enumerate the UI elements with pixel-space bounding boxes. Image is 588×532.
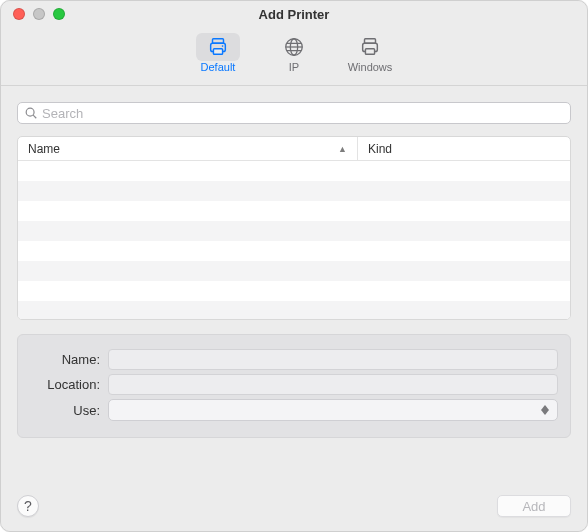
tab-windows[interactable]: Windows <box>342 31 398 75</box>
printer-details-panel: Name: Location: Use: <box>17 334 571 438</box>
search-field-wrap[interactable] <box>17 102 571 124</box>
select-stepper-icon <box>539 403 551 417</box>
search-input[interactable] <box>42 106 564 121</box>
table-row <box>18 281 570 301</box>
use-select[interactable] <box>108 399 558 421</box>
add-button: Add <box>497 495 571 517</box>
tab-windows-label: Windows <box>348 61 393 73</box>
table-header: Name ▲ Kind <box>18 137 570 161</box>
table-body[interactable] <box>18 161 570 319</box>
svg-line-11 <box>33 115 36 118</box>
use-label: Use: <box>30 403 108 418</box>
name-label: Name: <box>30 352 108 367</box>
table-row <box>18 161 570 181</box>
tab-default[interactable]: Default <box>190 31 246 75</box>
help-icon: ? <box>24 498 32 514</box>
minimize-icon <box>33 8 45 20</box>
content-area: Name ▲ Kind Name: <box>1 86 587 485</box>
svg-point-10 <box>26 108 34 116</box>
windows-printer-icon <box>348 33 392 61</box>
search-icon <box>24 106 38 120</box>
column-header-name[interactable]: Name ▲ <box>18 137 358 160</box>
column-name-label: Name <box>28 142 60 156</box>
toolbar: Default IP Windows <box>1 27 587 86</box>
close-icon[interactable] <box>13 8 25 20</box>
add-printer-window: Add Printer Default <box>0 0 588 532</box>
location-label: Location: <box>30 377 108 392</box>
column-kind-label: Kind <box>368 142 392 156</box>
tab-default-label: Default <box>201 61 236 73</box>
table-row <box>18 261 570 281</box>
window-title: Add Printer <box>1 7 587 22</box>
svg-rect-9 <box>365 49 374 55</box>
window-controls <box>1 8 65 20</box>
tab-ip[interactable]: IP <box>266 31 322 75</box>
tab-ip-label: IP <box>289 61 299 73</box>
table-row <box>18 181 570 201</box>
table-row <box>18 301 570 319</box>
globe-icon <box>272 33 316 61</box>
add-button-label: Add <box>522 499 545 514</box>
printer-icon <box>196 33 240 61</box>
column-header-kind[interactable]: Kind <box>358 137 570 160</box>
zoom-icon[interactable] <box>53 8 65 20</box>
titlebar: Add Printer <box>1 1 587 27</box>
help-button[interactable]: ? <box>17 495 39 517</box>
footer: ? Add <box>1 485 587 531</box>
table-row <box>18 221 570 241</box>
name-field[interactable] <box>108 349 558 370</box>
printer-table: Name ▲ Kind <box>17 136 571 320</box>
sort-ascending-icon: ▲ <box>338 144 347 154</box>
location-field[interactable] <box>108 374 558 395</box>
table-row <box>18 241 570 261</box>
table-row <box>18 201 570 221</box>
svg-point-3 <box>222 45 224 47</box>
svg-rect-2 <box>213 49 222 55</box>
